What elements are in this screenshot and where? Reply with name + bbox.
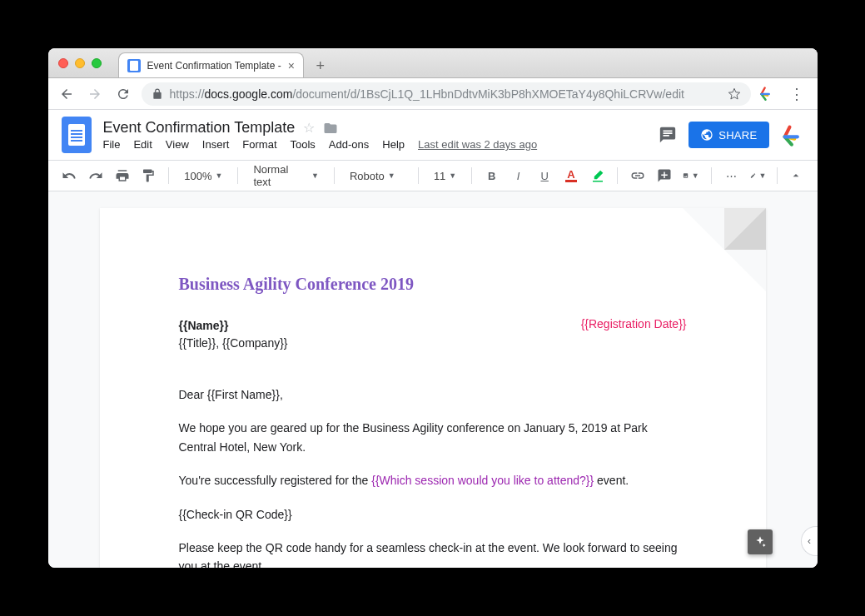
tabstrip: Event Confirmation Template - × +: [118, 48, 332, 77]
omnibox[interactable]: https://docs.google.com/document/d/1BsCj…: [142, 82, 751, 106]
titlebar: Event Confirmation Template - × +: [48, 48, 818, 78]
font-dropdown[interactable]: Roboto▼: [343, 164, 410, 187]
docs-favicon: [127, 59, 141, 72]
maximize-window-button[interactable]: [92, 58, 102, 68]
move-folder-icon[interactable]: [323, 121, 338, 136]
docs-header: Event Confirmation Template ☆ File Edit …: [48, 110, 818, 160]
menu-help[interactable]: Help: [382, 138, 405, 151]
traffic-lights: [58, 58, 102, 68]
style-dropdown[interactable]: Normal text▼: [246, 164, 326, 187]
body-paragraph-2[interactable]: You're successfully registered for the {…: [179, 471, 687, 489]
body-paragraph-4[interactable]: Please keep the QR code handy for a seam…: [179, 539, 687, 568]
registration-date-placeholder[interactable]: {{Registration Date}}: [581, 317, 687, 330]
close-tab-icon[interactable]: ×: [288, 59, 295, 72]
doc-title[interactable]: Event Confirmation Template: [103, 119, 296, 137]
menu-bar: File Edit View Insert Format Tools Add-o…: [103, 138, 538, 151]
insert-comment-button[interactable]: [653, 164, 676, 187]
menu-view[interactable]: View: [166, 138, 189, 151]
menu-format[interactable]: Format: [242, 138, 276, 151]
document-canvas[interactable]: Business Agility Conference 2019 {{Name}…: [48, 191, 818, 568]
tab-title: Event Confirmation Template -: [147, 60, 281, 72]
browser-menu-button[interactable]: ⋮: [784, 85, 809, 103]
italic-button[interactable]: I: [507, 164, 530, 187]
session-placeholder[interactable]: {{Which session would you like to attend…: [371, 474, 594, 487]
bookmark-star-icon[interactable]: [728, 87, 741, 101]
name-placeholder[interactable]: {{Name}}: [179, 317, 288, 335]
side-panel-toggle[interactable]: ‹: [801, 526, 818, 556]
font-size-dropdown[interactable]: 11▼: [427, 164, 463, 187]
lock-icon: [152, 88, 163, 100]
minimize-window-button[interactable]: [75, 58, 85, 68]
body-paragraph-1[interactable]: We hope you are geared up for the Busine…: [179, 419, 687, 456]
comments-icon[interactable]: [659, 126, 677, 144]
title-company-placeholder[interactable]: {{Title}}, {{Company}}: [179, 335, 288, 352]
print-button[interactable]: [111, 164, 134, 187]
url-text: https://docs.google.com/document/d/1BsCj…: [170, 87, 684, 101]
menu-file[interactable]: File: [103, 138, 121, 151]
highlight-button[interactable]: [586, 164, 609, 187]
recipient-block[interactable]: {{Name}} {{Title}}, {{Company}}: [179, 317, 288, 352]
underline-button[interactable]: U: [533, 164, 556, 187]
close-window-button[interactable]: [58, 58, 68, 68]
page-dogear-fold-icon: [724, 208, 766, 250]
new-tab-button[interactable]: +: [309, 54, 332, 77]
collapse-toolbar-button[interactable]: [784, 164, 808, 187]
redo-button[interactable]: [84, 164, 107, 187]
zoom-dropdown[interactable]: 100%▼: [177, 164, 229, 187]
text-color-button[interactable]: A: [559, 164, 583, 187]
browser-window: Event Confirmation Template - × + https:…: [48, 48, 818, 568]
forward-button[interactable]: [85, 84, 105, 104]
docs-logo-icon[interactable]: [62, 117, 92, 153]
star-doc-icon[interactable]: ☆: [303, 120, 315, 136]
greeting-line[interactable]: Dear {{First Name}},: [179, 385, 687, 404]
qr-code-placeholder[interactable]: {{Check-in QR Code}}: [179, 505, 687, 524]
menu-edit[interactable]: Edit: [133, 138, 152, 151]
menu-insert[interactable]: Insert: [202, 138, 230, 151]
apps-script-extension-icon[interactable]: [759, 86, 776, 102]
back-button[interactable]: [57, 84, 77, 104]
paint-format-button[interactable]: [137, 164, 161, 187]
undo-button[interactable]: [58, 164, 82, 187]
insert-link-button[interactable]: [626, 164, 649, 187]
insert-image-button[interactable]: ▼: [679, 164, 703, 187]
address-bar: https://docs.google.com/document/d/1BsCj…: [48, 78, 818, 110]
browser-tab[interactable]: Event Confirmation Template - ×: [118, 52, 304, 77]
toolbar: 100%▼ Normal text▼ Roboto▼ 11▼ B I U A ▼…: [48, 160, 818, 191]
doc-heading[interactable]: Business Agility Conference 2019: [179, 275, 687, 294]
last-edit-link[interactable]: Last edit was 2 days ago: [418, 138, 537, 151]
menu-tools[interactable]: Tools: [291, 138, 316, 151]
document-page[interactable]: Business Agility Conference 2019 {{Name}…: [100, 208, 766, 568]
menu-addons[interactable]: Add-ons: [329, 138, 369, 151]
doc-header-row: {{Name}} {{Title}}, {{Company}} {{Regist…: [179, 317, 687, 352]
editing-mode-button[interactable]: ▼: [747, 164, 770, 187]
explore-button[interactable]: [748, 529, 773, 554]
doc-title-block: Event Confirmation Template ☆ File Edit …: [103, 119, 538, 151]
share-button[interactable]: SHARE: [689, 122, 768, 148]
reload-button[interactable]: [113, 84, 133, 104]
share-label: SHARE: [718, 129, 757, 142]
apps-script-logo-icon[interactable]: [781, 123, 804, 147]
more-tools-button[interactable]: ⋯: [720, 164, 743, 187]
doc-body[interactable]: Dear {{First Name}}, We hope you are gea…: [179, 385, 687, 568]
bold-button[interactable]: B: [480, 164, 504, 187]
